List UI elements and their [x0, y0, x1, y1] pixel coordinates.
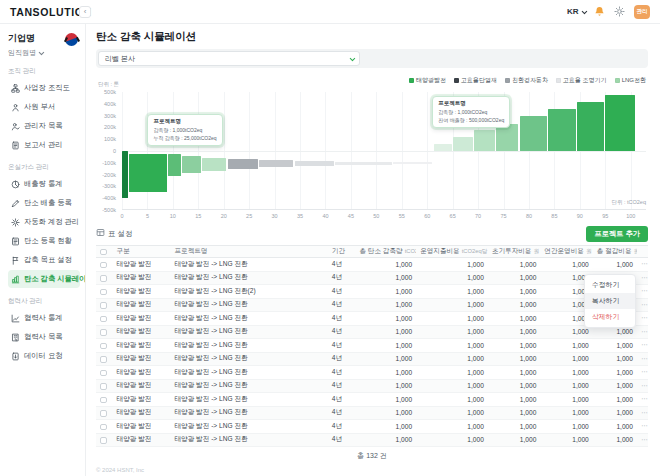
row-actions-button[interactable]: ⋯	[637, 409, 651, 417]
row-actions-button[interactable]: ⋯	[637, 368, 651, 376]
row-actions-button[interactable]: ⋯	[637, 395, 651, 403]
sidebar-item[interactable]: 탄소 등록 현황	[8, 232, 80, 250]
row-checkbox[interactable]	[100, 329, 107, 336]
waterfall-bar[interactable]	[182, 156, 201, 173]
row-checkbox[interactable]	[100, 437, 107, 444]
member-selector[interactable]: 임직원명	[8, 48, 64, 58]
waterfall-bar[interactable]	[228, 159, 258, 169]
row-checkbox[interactable]	[100, 424, 107, 431]
sidebar-item[interactable]: 탄소 배출 등록	[8, 194, 80, 212]
table-settings-button[interactable]: 표 설정	[96, 228, 133, 239]
add-project-button[interactable]: 프로젝트 추가	[586, 226, 648, 242]
row-checkbox[interactable]	[100, 383, 107, 390]
waterfall-bar[interactable]	[605, 95, 635, 151]
table-row[interactable]: 태양광 발전태양광 발전 -> LNG 전환4년1,0001,0001,0001…	[96, 366, 648, 380]
row-checkbox[interactable]	[100, 316, 107, 323]
table-row[interactable]: 태양광 발전태양광 발전 -> LNG 전환4년1,0001,0001,0001…	[96, 393, 648, 407]
sidebar-item[interactable]: 탄소 감축 시뮬레이션	[8, 270, 80, 288]
table-cell: 1,000	[593, 369, 637, 376]
waterfall-bar[interactable]	[122, 151, 128, 198]
table-cell: 1,000	[593, 328, 637, 335]
waterfall-bar[interactable]	[259, 160, 293, 167]
row-actions-button[interactable]: ⋯	[637, 301, 651, 309]
row-actions-button[interactable]: ⋯	[637, 260, 651, 268]
column-header-label: 총 절감비용	[597, 247, 632, 254]
table-row[interactable]: 태양광 발전태양광 발전 -> LNG 전환4년1,0001,0001,0001…	[96, 353, 648, 367]
sidebar-item[interactable]: 자동화 계정 관리	[8, 213, 80, 231]
sidebar-item[interactable]: 사업장 조직도	[8, 79, 80, 97]
table-row[interactable]: 태양광 발전태양광 발전 -> LNG 전환4년1,0001,0001,0001…	[96, 434, 648, 448]
row-checkbox[interactable]	[100, 302, 107, 309]
x-tick-label: 0	[116, 213, 128, 219]
company-name: 기업명	[8, 32, 64, 45]
table-row[interactable]: 태양광 발전태양광 발전 -> LNG 전환4년1,0001,0001,0001…	[96, 258, 648, 272]
notifications-bell-icon[interactable]	[594, 6, 605, 17]
waterfall-bar[interactable]	[520, 116, 547, 151]
waterfall-bar[interactable]	[548, 109, 575, 151]
row-actions-button[interactable]: ⋯	[637, 436, 651, 444]
waterfall-bar[interactable]	[577, 102, 603, 151]
table-row[interactable]: 태양광 발전태양광 발전 -> LNG 전환4년1,0001,0001,0001…	[96, 420, 648, 434]
waterfall-bar[interactable]	[453, 137, 472, 151]
table-cell: 태양광 발전 -> LNG 전환	[171, 368, 328, 377]
table-row[interactable]: 태양광 발전태양광 발전 -> LNG 전환4년1,0001,0001,0001…	[96, 326, 648, 340]
select-all-checkbox[interactable]	[100, 249, 107, 256]
context-menu-item[interactable]: 복사하기	[585, 293, 635, 309]
table-grid-icon	[96, 228, 105, 239]
row-checkbox[interactable]	[100, 397, 107, 404]
waterfall-bar[interactable]	[129, 154, 167, 192]
table-cell: 태양광 발전	[113, 368, 171, 377]
sidebar-item[interactable]: 관리자 목록	[8, 117, 80, 135]
table-row[interactable]: 태양광 발전태양광 발전 -> LNG 전환4년1,0001,0001,0001…	[96, 312, 648, 326]
sidebar-item[interactable]: 데이터 요청	[8, 347, 80, 365]
legend-swatch	[505, 78, 510, 83]
sidebar-item[interactable]: 배출량 통계	[8, 175, 80, 193]
waterfall-bar[interactable]	[434, 144, 452, 151]
sidebar-item[interactable]: 보고서 관리	[8, 136, 80, 154]
row-actions-button[interactable]: ⋯	[637, 355, 651, 363]
waterfall-bar[interactable]	[168, 154, 181, 176]
sidebar-item[interactable]: 협력사 목록	[8, 328, 80, 346]
locale-selector[interactable]: KR	[567, 7, 585, 16]
table-row[interactable]: 태양광 발전태양광 발전 -> LNG 전환4년1,0001,0001,0001…	[96, 272, 648, 286]
settings-gear-icon[interactable]	[614, 6, 625, 17]
row-checkbox[interactable]	[100, 410, 107, 417]
row-actions-button[interactable]: ⋯	[637, 422, 651, 430]
site-select[interactable]: 리벨 본사	[98, 51, 360, 66]
waterfall-bar[interactable]	[202, 158, 226, 171]
row-checkbox[interactable]	[100, 275, 107, 282]
sidebar-item[interactable]: 협력사 통계	[8, 309, 80, 327]
table-row[interactable]: 태양광 발전태양광 발전 -> LNG 전환(2)4년1,0001,0001,0…	[96, 285, 648, 299]
chart-tooltip: 프로젝트명감축량 : 1,000tCO2eq잔여 배출량 : 500,000tC…	[432, 96, 510, 128]
table-row[interactable]: 태양광 발전태양광 발전 -> LNG 전환4년1,0001,0001,0001…	[96, 407, 648, 421]
row-checkbox[interactable]	[100, 343, 107, 350]
user-avatar[interactable]: 관리	[634, 5, 650, 19]
table-row[interactable]: 태양광 발전태양광 발전 -> LNG 전환4년1,0001,0001,0001…	[96, 299, 648, 313]
row-checkbox[interactable]	[100, 262, 107, 269]
waterfall-bar[interactable]	[335, 162, 391, 165]
waterfall-bar[interactable]	[393, 162, 432, 164]
row-checkbox[interactable]	[100, 370, 107, 377]
waterfall-bar[interactable]	[295, 161, 334, 166]
table-cell: 1,000	[416, 436, 488, 443]
y-axis-unit-label: 단위 : 톤	[98, 81, 119, 88]
context-menu-item[interactable]: 수정하기	[585, 277, 635, 293]
table-row[interactable]: 태양광 발전태양광 발전 -> LNG 전환4년1,0001,0001,0001…	[96, 339, 648, 353]
table-cell: 1,000	[355, 274, 416, 281]
row-actions-button[interactable]: ⋯	[637, 328, 651, 336]
column-header: 기간	[328, 247, 356, 256]
table-cell: 1,000	[355, 409, 416, 416]
context-menu-item[interactable]: 삭제하기	[585, 309, 635, 325]
row-actions-button[interactable]: ⋯	[637, 274, 651, 282]
sidebar-item[interactable]: 사원 부서	[8, 98, 80, 116]
row-checkbox[interactable]	[100, 356, 107, 363]
row-actions-button[interactable]: ⋯	[637, 341, 651, 349]
row-actions-button[interactable]: ⋯	[637, 287, 651, 295]
row-actions-button[interactable]: ⋯	[637, 314, 651, 322]
row-checkbox[interactable]	[100, 289, 107, 296]
waterfall-bar[interactable]	[474, 130, 495, 151]
sidebar-collapse-button[interactable]: ‹	[79, 6, 91, 18]
table-row[interactable]: 태양광 발전태양광 발전 -> LNG 전환4년1,0001,0001,0001…	[96, 380, 648, 394]
sidebar-item[interactable]: 감축 목표 설정	[8, 251, 80, 269]
row-actions-button[interactable]: ⋯	[637, 382, 651, 390]
